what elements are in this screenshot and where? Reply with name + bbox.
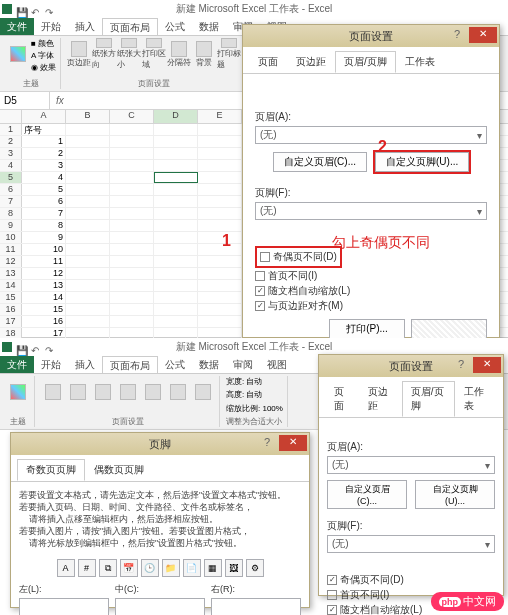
row-header[interactable]: 12 bbox=[0, 256, 22, 267]
time-icon[interactable]: 🕒 bbox=[141, 559, 159, 577]
tab-review-2[interactable]: 审阅 bbox=[226, 356, 260, 373]
custom-header-button[interactable]: 自定义页眉(C)... bbox=[273, 152, 367, 172]
cell[interactable]: 10 bbox=[22, 244, 66, 255]
cell[interactable] bbox=[110, 268, 154, 279]
oddeven-checkbox[interactable] bbox=[260, 252, 270, 262]
col-A[interactable]: A bbox=[22, 110, 66, 123]
sheet-icon[interactable]: ▦ bbox=[204, 559, 222, 577]
tab-layout[interactable]: 页面布局 bbox=[102, 18, 158, 35]
col-B[interactable]: B bbox=[66, 110, 110, 123]
fx-icon[interactable]: fx bbox=[50, 92, 70, 109]
cell[interactable]: 13 bbox=[22, 280, 66, 291]
dtab-headerfooter[interactable]: 页眉/页脚 bbox=[335, 51, 396, 73]
header-select-2[interactable]: (无) bbox=[327, 456, 495, 474]
breaks-icon-2[interactable] bbox=[141, 376, 165, 408]
cell[interactable] bbox=[198, 232, 242, 243]
cell[interactable] bbox=[110, 256, 154, 267]
row-header[interactable]: 11 bbox=[0, 244, 22, 255]
cell[interactable]: 4 bbox=[22, 172, 66, 183]
row-header[interactable]: 13 bbox=[0, 268, 22, 279]
help-icon[interactable]: ? bbox=[447, 27, 467, 43]
name-box[interactable]: D5 bbox=[0, 92, 50, 109]
options-button[interactable] bbox=[411, 319, 487, 339]
redo-icon[interactable]: ↷ bbox=[44, 4, 54, 14]
cell[interactable]: 12 bbox=[22, 268, 66, 279]
cell[interactable] bbox=[154, 148, 198, 159]
file-icon[interactable]: 📄 bbox=[183, 559, 201, 577]
undo-icon[interactable]: ↶ bbox=[30, 4, 40, 14]
tab-home-2[interactable]: 开始 bbox=[34, 356, 68, 373]
print-titles-icon[interactable]: 打印标题 bbox=[217, 38, 241, 70]
print-button[interactable]: 打印(P)... bbox=[329, 319, 405, 339]
left-box[interactable] bbox=[19, 598, 109, 615]
tab-layout-2[interactable]: 页面布局 bbox=[102, 356, 158, 373]
cell[interactable]: 序号 bbox=[22, 124, 66, 135]
format-text-icon[interactable]: A bbox=[57, 559, 75, 577]
cell[interactable] bbox=[198, 292, 242, 303]
close-icon[interactable]: ✕ bbox=[469, 27, 497, 43]
tab-formulas[interactable]: 公式 bbox=[158, 18, 192, 35]
row-header[interactable]: 15 bbox=[0, 292, 22, 303]
cell[interactable] bbox=[154, 256, 198, 267]
cell[interactable]: 6 bbox=[22, 196, 66, 207]
cell[interactable]: 7 bbox=[22, 208, 66, 219]
cell[interactable] bbox=[198, 280, 242, 291]
margins-icon[interactable]: 页边距 bbox=[67, 38, 91, 70]
tab-home[interactable]: 开始 bbox=[34, 18, 68, 35]
cell[interactable] bbox=[154, 136, 198, 147]
cell[interactable] bbox=[154, 268, 198, 279]
cell[interactable] bbox=[198, 160, 242, 171]
cell[interactable] bbox=[110, 184, 154, 195]
date-icon[interactable]: 📅 bbox=[120, 559, 138, 577]
effects-btn[interactable]: ◉ 效果 bbox=[31, 62, 56, 73]
cell[interactable] bbox=[154, 184, 198, 195]
help-icon-3[interactable]: ? bbox=[257, 435, 277, 451]
cell[interactable] bbox=[154, 160, 198, 171]
row-header[interactable]: 16 bbox=[0, 304, 22, 315]
cell[interactable] bbox=[66, 244, 110, 255]
fonts-btn[interactable]: A 字体 bbox=[31, 50, 56, 61]
size-icon[interactable]: 纸张大小 bbox=[117, 38, 141, 70]
dtab-sheet[interactable]: 工作表 bbox=[396, 51, 444, 73]
cell[interactable] bbox=[154, 232, 198, 243]
cell[interactable]: 5 bbox=[22, 184, 66, 195]
print-titles-icon-2[interactable] bbox=[191, 376, 215, 408]
cell[interactable] bbox=[110, 280, 154, 291]
cell[interactable] bbox=[66, 316, 110, 327]
cell[interactable]: 15 bbox=[22, 304, 66, 315]
tab-formulas-2[interactable]: 公式 bbox=[158, 356, 192, 373]
cell[interactable] bbox=[154, 208, 198, 219]
dtab-page[interactable]: 页面 bbox=[249, 51, 287, 73]
cell[interactable] bbox=[66, 196, 110, 207]
dtab-margins[interactable]: 页边距 bbox=[287, 51, 335, 73]
cell[interactable] bbox=[110, 304, 154, 315]
cell[interactable] bbox=[66, 256, 110, 267]
cell[interactable]: 9 bbox=[22, 232, 66, 243]
cell[interactable] bbox=[198, 316, 242, 327]
oddeven-checkbox-2[interactable] bbox=[327, 575, 337, 585]
cell[interactable] bbox=[154, 280, 198, 291]
cell[interactable]: 1 bbox=[22, 136, 66, 147]
cell[interactable]: 2 bbox=[22, 148, 66, 159]
row-header[interactable]: 6 bbox=[0, 184, 22, 195]
tab-data[interactable]: 数据 bbox=[192, 18, 226, 35]
cell[interactable] bbox=[66, 148, 110, 159]
row-header[interactable]: 7 bbox=[0, 196, 22, 207]
path-icon[interactable]: 📁 bbox=[162, 559, 180, 577]
theme-icon[interactable] bbox=[6, 38, 30, 70]
cell[interactable] bbox=[66, 160, 110, 171]
select-all-corner[interactable] bbox=[0, 110, 22, 123]
footer-select-2[interactable]: (无) bbox=[327, 535, 495, 553]
tab-file[interactable]: 文件 bbox=[0, 18, 34, 35]
row-header[interactable]: 2 bbox=[0, 136, 22, 147]
row-header[interactable]: 1 bbox=[0, 124, 22, 135]
cell[interactable] bbox=[110, 232, 154, 243]
scaledoc-checkbox[interactable] bbox=[255, 286, 265, 296]
cell[interactable] bbox=[66, 208, 110, 219]
tab-view-2[interactable]: 视图 bbox=[260, 356, 294, 373]
cell[interactable]: 3 bbox=[22, 160, 66, 171]
cell[interactable] bbox=[198, 196, 242, 207]
cell[interactable] bbox=[154, 124, 198, 135]
custom-header-button-2[interactable]: 自定义页眉(C)... bbox=[327, 480, 407, 509]
cell[interactable] bbox=[198, 256, 242, 267]
